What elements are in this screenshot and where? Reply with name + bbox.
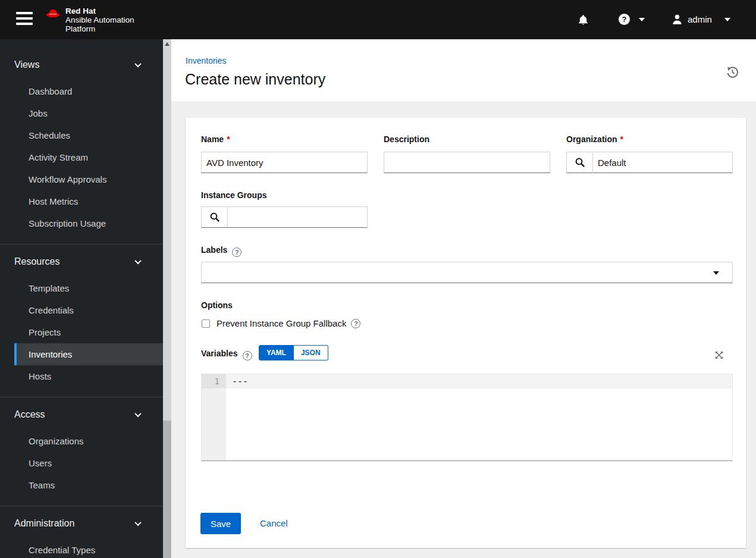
required-asterisk: *	[620, 134, 623, 144]
sidebar-item-activity-stream[interactable]: Activity Stream	[14, 146, 163, 168]
chevron-down-icon	[134, 61, 141, 67]
sidebar-item-host-metrics[interactable]: Host Metrics	[14, 190, 163, 212]
save-button[interactable]: Save	[200, 513, 241, 534]
json-toggle-button[interactable]: JSON	[294, 345, 328, 360]
brand-logo: Red Hat Ansible Automation Platform	[45, 7, 134, 33]
variables-format-toggle: YAML JSON	[259, 345, 328, 360]
user-icon	[671, 13, 683, 26]
sidebar-item-templates[interactable]: Templates	[14, 277, 163, 299]
options-heading: Options	[201, 300, 233, 310]
hamburger-icon	[16, 12, 33, 14]
labels-select[interactable]	[201, 262, 733, 283]
group-label: Access	[14, 409, 45, 420]
variables-help-icon[interactable]: ?	[243, 351, 252, 360]
views-list: Dashboard Jobs Schedules Activity Stream…	[14, 80, 163, 234]
prevent-fallback-option: Prevent Instance Group Fallback ?	[202, 318, 360, 328]
sidebar-nav: Views Dashboard Jobs Schedules Activity …	[0, 39, 171, 558]
sidebar-item-subscription-usage[interactable]: Subscription Usage	[14, 212, 163, 234]
chevron-down-icon	[134, 410, 141, 417]
sidebar-item-workflow-approvals[interactable]: Workflow Approvals	[14, 168, 163, 190]
sidebar-group-resources[interactable]: Resources	[0, 255, 163, 269]
line-number: 1	[202, 374, 226, 388]
chevron-down-icon	[134, 519, 141, 526]
masthead: Red Hat Ansible Automation Platform ? ad…	[0, 0, 756, 39]
required-asterisk: *	[227, 134, 230, 144]
editor-gutter: 1	[202, 374, 226, 460]
create-inventory-form-card: Name* Description Organization* Instance…	[186, 118, 746, 548]
group-label: Views	[14, 59, 39, 70]
help-icon[interactable]: ?	[619, 14, 630, 25]
prevent-fallback-label: Prevent Instance Group Fallback	[217, 318, 346, 328]
divider	[0, 244, 163, 244]
divider	[0, 506, 163, 506]
organization-label: Organization*	[566, 134, 623, 144]
search-icon	[209, 212, 220, 222]
main-content: Inventories Create new inventory Name* D…	[171, 39, 756, 558]
history-icon[interactable]	[726, 65, 739, 79]
user-menu-button[interactable]: admin	[688, 14, 712, 24]
yaml-toggle-button[interactable]: YAML	[259, 345, 294, 360]
chevron-down-icon	[134, 258, 141, 264]
group-label: Resources	[14, 256, 59, 267]
sidebar-item-teams[interactable]: Teams	[14, 474, 163, 496]
sidebar-item-dashboard[interactable]: Dashboard	[14, 80, 163, 102]
sidebar-item-jobs[interactable]: Jobs	[14, 102, 163, 124]
editor-content[interactable]: ---	[226, 374, 732, 460]
sidebar-item-schedules[interactable]: Schedules	[14, 124, 163, 146]
page-title: Create new inventory	[185, 71, 325, 88]
scrollbar-thumb[interactable]	[163, 49, 171, 421]
administration-list: Credential Types	[14, 539, 163, 558]
cancel-button[interactable]: Cancel	[260, 513, 288, 534]
prevent-fallback-checkbox[interactable]	[202, 319, 210, 328]
expand-icon[interactable]	[714, 350, 724, 360]
sidebar-item-credential-types[interactable]: Credential Types	[14, 539, 163, 558]
caret-down-icon[interactable]	[639, 18, 645, 21]
name-input[interactable]	[201, 152, 368, 173]
access-list: Organizations Users Teams	[14, 430, 163, 496]
brand-product-line1: Ansible Automation	[65, 15, 134, 24]
breadcrumb-inventories-link[interactable]: Inventories	[186, 56, 226, 65]
sidebar-group-views[interactable]: Views	[0, 58, 163, 72]
app: Red Hat Ansible Automation Platform ? ad…	[0, 0, 756, 558]
notifications-bell-icon[interactable]	[577, 14, 589, 26]
description-label: Description	[384, 134, 429, 144]
resources-list: Templates Credentials Projects Inventori…	[14, 277, 163, 387]
brand-name: Red Hat	[65, 7, 134, 15]
brand-text: Red Hat Ansible Automation Platform	[65, 7, 134, 33]
group-label: Administration	[14, 518, 74, 529]
brand-product-line2: Platform	[65, 24, 134, 33]
labels-label: Labels?	[201, 245, 241, 257]
sidebar-item-inventories[interactable]: Inventories	[14, 343, 163, 365]
sidebar-item-organizations[interactable]: Organizations	[14, 430, 163, 452]
organization-input[interactable]	[593, 152, 733, 173]
caret-down-icon	[713, 271, 719, 275]
labels-help-icon[interactable]: ?	[232, 247, 241, 257]
variables-code-editor: 1 ---	[201, 374, 733, 461]
divider	[0, 397, 163, 397]
sidebar-scrollbar[interactable]	[163, 39, 171, 558]
instance-groups-input-group	[201, 206, 368, 228]
organization-input-group	[566, 152, 733, 173]
scrollbar-up-arrow[interactable]	[163, 39, 171, 49]
name-label: Name*	[201, 134, 230, 144]
sidebar-item-hosts[interactable]: Hosts	[14, 365, 163, 387]
variables-label: Variables?	[201, 349, 252, 360]
search-icon	[575, 157, 585, 168]
sidebar-item-users[interactable]: Users	[14, 452, 163, 474]
nav-toggle-button[interactable]	[16, 12, 34, 27]
redhat-fedora-icon	[45, 8, 61, 18]
sidebar-item-credentials[interactable]: Credentials	[14, 299, 163, 321]
caret-down-icon[interactable]	[724, 18, 730, 21]
instance-groups-search-button[interactable]	[201, 206, 228, 228]
page-header: Inventories Create new inventory	[171, 39, 756, 101]
instance-groups-input[interactable]	[228, 206, 368, 228]
instance-groups-label: Instance Groups	[201, 190, 266, 200]
sidebar-group-access[interactable]: Access	[0, 407, 163, 422]
sidebar-group-administration[interactable]: Administration	[0, 516, 163, 531]
organization-search-button[interactable]	[566, 152, 593, 173]
description-input[interactable]	[384, 152, 550, 173]
editor-line-1: ---	[226, 374, 732, 388]
prevent-fallback-help-icon[interactable]: ?	[351, 319, 360, 328]
sidebar-item-projects[interactable]: Projects	[14, 321, 163, 343]
